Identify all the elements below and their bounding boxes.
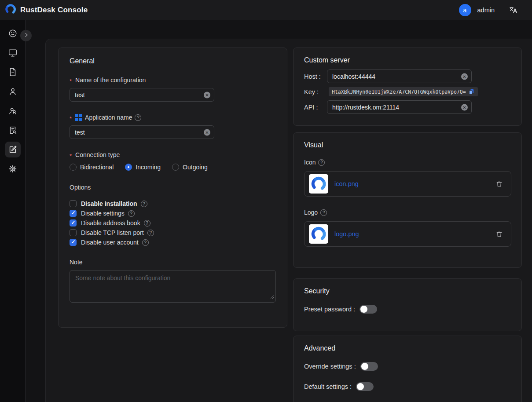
key-value-chip: HtaXBkJNHyn0e1U1jWXze7A7CN7QTGWqxkOtpaVp…	[329, 87, 478, 96]
application-name-input-field[interactable]	[70, 129, 214, 136]
preset-password-label: Preset password :	[304, 306, 355, 313]
options-label: Options	[70, 184, 276, 191]
toggle-knob	[357, 383, 364, 390]
options-list: Disable installation ? Disable settings …	[70, 199, 276, 247]
checkbox[interactable]	[70, 229, 77, 236]
help-icon[interactable]: ?	[142, 239, 149, 246]
checkbox-disable-tcp-listen-port: Disable TCP listen port ?	[70, 228, 276, 238]
help-icon[interactable]: ?	[147, 230, 154, 236]
user-icon	[8, 87, 18, 96]
sidebar-item-groups[interactable]	[5, 103, 21, 119]
icon-file-link[interactable]: icon.png	[334, 180, 359, 187]
connection-type-radios: Bidirectional Incoming Outgoing	[70, 164, 276, 171]
api-row: API : ✕	[304, 100, 511, 114]
general-card: General * Name of the configuration ✕ * …	[58, 48, 287, 328]
api-label: API :	[304, 104, 327, 111]
gear-icon	[8, 164, 18, 174]
api-input-field[interactable]	[327, 104, 471, 111]
trash-icon[interactable]	[495, 230, 503, 238]
help-icon[interactable]: ?	[135, 114, 141, 121]
checkbox-disable-installation: Disable installation ?	[70, 199, 276, 208]
name-input-field[interactable]	[70, 91, 214, 99]
checkbox[interactable]	[70, 239, 77, 246]
radio-outgoing[interactable]: Outgoing	[172, 164, 208, 171]
avatar[interactable]: a	[459, 4, 471, 16]
sidebar	[0, 20, 26, 402]
logo-file-link[interactable]: logo.png	[334, 230, 359, 238]
sidebar-item-custom-client[interactable]	[5, 142, 21, 157]
key-row: Key : HtaXBkJNHyn0e1U1jWXze7A7CN7QTGWqxk…	[304, 87, 511, 96]
override-settings-toggle[interactable]	[360, 362, 378, 371]
sidebar-item-documents[interactable]	[5, 64, 21, 80]
monitor-icon	[8, 48, 18, 58]
checkbox[interactable]	[70, 219, 77, 227]
help-icon[interactable]: ?	[144, 220, 150, 227]
checkbox-disable-settings: Disable settings ?	[70, 208, 276, 218]
override-settings-label: Override settings :	[304, 363, 356, 370]
radio-bidirectional[interactable]: Bidirectional	[70, 164, 114, 171]
sidebar-item-dashboard[interactable]	[5, 26, 21, 41]
application-name-label: * Application name ?	[70, 114, 276, 121]
visual-card: Visual Icon ? icon.png Logo ?	[293, 132, 522, 268]
trash-icon[interactable]	[495, 180, 503, 188]
note-textarea[interactable]	[70, 270, 275, 302]
visual-title: Visual	[304, 141, 511, 149]
app-title: RustDesk Console	[20, 6, 88, 15]
sidebar-item-audit[interactable]	[5, 122, 21, 138]
main-panel: General * Name of the configuration ✕ * …	[45, 39, 532, 402]
checkbox-disable-user-account: Disable user account ?	[70, 238, 276, 247]
translate-icon[interactable]	[509, 5, 518, 15]
top-bar: RustDesk Console a admin	[0, 0, 532, 20]
checkbox[interactable]	[70, 210, 77, 217]
required-asterisk: *	[70, 78, 72, 84]
api-input: ✕	[327, 100, 472, 114]
icon-label: Icon ?	[304, 159, 511, 166]
sidebar-item-settings[interactable]	[5, 161, 21, 177]
preset-password-toggle[interactable]	[360, 305, 377, 314]
logo-label: Logo ?	[304, 209, 511, 216]
radio-incoming[interactable]: Incoming	[125, 164, 161, 171]
checkbox[interactable]	[70, 200, 77, 207]
application-name-input: ✕	[70, 125, 214, 139]
users-icon	[8, 106, 18, 116]
connection-type-label: * Connection type	[70, 151, 276, 158]
clear-icon[interactable]: ✕	[204, 129, 210, 135]
icon-thumbnail	[309, 174, 328, 194]
note-label: Note	[70, 259, 276, 266]
windows-icon	[75, 114, 82, 121]
sidebar-item-devices[interactable]	[5, 45, 21, 61]
custom-server-card: Custom server Host : ✕ Key : HtaXBkJNHyn…	[293, 48, 522, 126]
sidebar-collapse-button[interactable]	[20, 30, 32, 41]
help-icon[interactable]: ?	[128, 210, 135, 217]
host-row: Host : ✕	[304, 69, 511, 83]
help-icon[interactable]: ?	[141, 201, 147, 207]
default-settings-label: Default settings :	[304, 383, 352, 390]
host-input: ✕	[327, 69, 472, 83]
security-card: Security Preset password :	[293, 278, 522, 331]
default-settings-toggle[interactable]	[356, 382, 374, 391]
app-window: RustDesk Console a admin	[0, 0, 532, 402]
advanced-title: Advanced	[304, 344, 511, 352]
logo-thumbnail	[309, 224, 328, 244]
host-input-field[interactable]	[327, 73, 471, 80]
copy-icon[interactable]	[468, 88, 475, 95]
logo-file-row: logo.png	[304, 221, 511, 247]
security-title: Security	[304, 287, 511, 295]
clear-icon[interactable]: ✕	[204, 91, 210, 98]
name-label: * Name of the configuration	[70, 77, 276, 84]
edit-icon	[8, 145, 18, 154]
username[interactable]: admin	[477, 7, 495, 14]
toggle-knob	[360, 306, 367, 313]
sidebar-item-users[interactable]	[5, 84, 21, 99]
checkbox-disable-address-book: Disable address book ?	[70, 218, 276, 228]
required-asterisk: *	[70, 153, 72, 159]
icon-file-row: icon.png	[304, 171, 511, 197]
rustdesk-logo-icon	[5, 4, 16, 17]
clear-icon[interactable]: ✕	[461, 73, 468, 80]
smiley-icon	[8, 29, 18, 38]
clear-icon[interactable]: ✕	[461, 104, 468, 110]
key-value: HtaXBkJNHyn0e1U1jWXze7A7CN7QTGWqxkOtpaVp…	[332, 89, 466, 95]
help-icon[interactable]: ?	[320, 209, 327, 216]
help-icon[interactable]: ?	[318, 159, 325, 166]
radio-dot	[125, 164, 132, 171]
